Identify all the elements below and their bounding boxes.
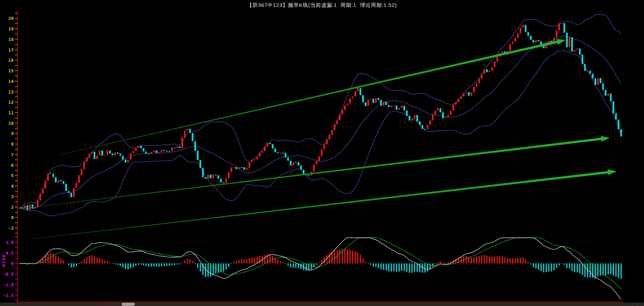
candle	[509, 44, 511, 51]
candle	[465, 92, 467, 93]
macd-histogram-bar	[484, 255, 485, 263]
candle	[70, 193, 72, 197]
macd-histogram-bar	[512, 258, 513, 263]
macd-histogram-bar	[63, 260, 64, 263]
candle	[194, 141, 196, 151]
candle	[569, 37, 570, 47]
macd-histogram-bar	[171, 263, 172, 265]
macd-histogram-bar	[509, 258, 510, 263]
candle	[143, 148, 144, 151]
candle	[47, 173, 49, 180]
macd-histogram-bar	[435, 263, 436, 264]
candle	[249, 162, 250, 168]
candle	[295, 162, 297, 163]
macd-histogram-bar	[479, 256, 480, 263]
macd-histogram-bar	[517, 258, 518, 263]
chart-window: 【胆367中123】频率K线(当前遗漏:1 周期:1 理论周期:1.52) 20…	[0, 0, 644, 306]
bollinger-bands	[20, 15, 621, 216]
macd-histogram-bar	[223, 263, 224, 272]
candle	[156, 150, 157, 153]
candle	[42, 189, 44, 194]
candle	[594, 78, 596, 85]
candle	[328, 135, 330, 139]
candle	[272, 144, 274, 149]
macd-histogram-bar	[213, 263, 214, 275]
candle	[517, 33, 519, 38]
candle	[597, 78, 599, 85]
candle	[256, 157, 258, 160]
macd-histogram-bar	[535, 263, 536, 268]
candle	[522, 25, 524, 28]
candle	[383, 102, 384, 106]
candle	[576, 48, 578, 50]
candle	[251, 160, 253, 162]
macd-histogram-bar	[515, 258, 516, 263]
macd-histogram-bar	[97, 258, 98, 263]
candle	[540, 41, 542, 44]
macd-histogram-bar	[241, 259, 242, 263]
macd-histogram-bar	[249, 258, 250, 263]
candle	[274, 148, 276, 152]
candle	[207, 175, 209, 179]
macd-histogram-bar	[380, 263, 381, 269]
candle	[434, 111, 436, 115]
candle	[362, 95, 364, 102]
candle	[347, 103, 348, 105]
candle	[75, 183, 77, 188]
macd-histogram-bar	[414, 263, 415, 272]
candle	[132, 151, 134, 153]
candle	[246, 168, 248, 170]
scrollbar-track[interactable]	[0, 303, 644, 306]
macd-histogram-bar	[466, 256, 467, 264]
macd-histogram-bar	[445, 263, 446, 263]
price-axis-label: 18	[8, 37, 14, 42]
macd-histogram-bar	[107, 261, 108, 263]
macd-panel	[19, 238, 622, 299]
macd-histogram-bar	[148, 263, 149, 267]
price-axis-label: 2	[11, 205, 14, 210]
candle	[607, 94, 609, 96]
macd-histogram-bar	[337, 250, 338, 263]
macd-histogram-bar	[127, 263, 128, 269]
macd-histogram-bar	[422, 263, 423, 273]
macd-histogram-bar	[584, 263, 585, 277]
candle	[282, 153, 284, 154]
macd-histogram-bar	[362, 259, 363, 263]
candle	[163, 150, 165, 151]
candle	[114, 152, 116, 155]
macd-histogram-bar	[504, 258, 505, 263]
macd-histogram-bar	[109, 262, 110, 263]
macd-histogram-bar	[308, 263, 309, 271]
macd-histogram-bar	[548, 263, 549, 272]
macd-axis-label: -1.0	[3, 282, 14, 287]
candle	[138, 146, 139, 148]
macd-histogram-bar	[251, 258, 252, 263]
macd-histogram-bar	[574, 263, 575, 272]
scrollbar-dark-segment	[99, 303, 122, 306]
scrollbar[interactable]	[0, 303, 644, 306]
macd-histogram-bar	[543, 263, 544, 272]
candle	[287, 157, 289, 161]
macd-histogram-bar	[569, 263, 570, 268]
candle	[401, 106, 403, 108]
macd-histogram-bar	[205, 263, 206, 277]
candle	[117, 152, 118, 154]
macd-histogram-bar	[507, 259, 508, 264]
macd-histogram-bar	[151, 263, 152, 267]
macd-histogram-bar	[200, 263, 201, 272]
candle	[538, 40, 540, 42]
candle	[439, 108, 441, 112]
macd-histogram-bar	[582, 263, 583, 275]
macd-histogram-bar	[491, 257, 492, 263]
candle	[476, 83, 477, 87]
macd-histogram-bar	[158, 263, 159, 267]
candle	[579, 48, 581, 55]
candle	[179, 147, 181, 148]
scrollbar-thumb[interactable]	[122, 303, 135, 306]
candle	[174, 148, 176, 148]
candle	[37, 201, 39, 207]
candle	[236, 167, 237, 169]
candle	[452, 105, 454, 111]
price-axis-label: 11	[8, 110, 14, 115]
candle	[411, 119, 413, 121]
